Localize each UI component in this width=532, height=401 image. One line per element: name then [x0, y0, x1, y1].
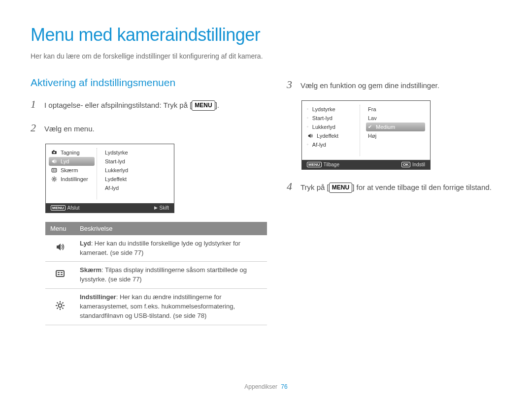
- step-number: 4: [287, 179, 296, 194]
- menu-key: MENU: [192, 100, 215, 111]
- step-2-text: Vælg en menu.: [44, 123, 267, 134]
- lcd1-opt: Lukkerlyd: [103, 166, 169, 175]
- right-column: 3 Vælg en funktion og gem dine indstilli…: [287, 77, 501, 325]
- display-icon: [51, 167, 58, 173]
- lcd2-opt: Lydeffekt: [305, 131, 358, 140]
- page-title: Menu med kameraindstillinger: [31, 25, 501, 45]
- lcd2-opt: ◦Lukkerlyd: [305, 123, 358, 131]
- lcd1-opt: Lydstyrke: [103, 148, 169, 157]
- step-3: 3 Vælg en funktion og gem dine indstilli…: [287, 77, 501, 93]
- lcd1-item-lyd: Lyd: [49, 157, 95, 166]
- lcd2-opt: ◦Start-lyd: [305, 114, 358, 123]
- lcd2-val-selected: Medium: [366, 123, 425, 131]
- lcd2-opt: ◦Af-lyd: [305, 140, 358, 149]
- table-row: Lyd: Her kan du indstille forskellige ly…: [45, 235, 267, 262]
- step-number: 2: [31, 120, 39, 136]
- lcd1-left-panel: Tagning Lyd Skærm Indstillinger: [49, 148, 97, 199]
- menu-key-icon: MENU: [307, 162, 322, 167]
- step-4-text-pre: Tryk på [: [300, 183, 329, 191]
- lcd1-opt: Af-lyd: [103, 184, 169, 192]
- page-number: 76: [281, 383, 287, 390]
- th-beskrivelse: Beskrivelse: [75, 222, 267, 235]
- display-icon: [45, 262, 75, 289]
- step-1-text-post: ].: [215, 101, 219, 109]
- lcd1-item-tagning: Tagning: [49, 148, 95, 157]
- lcd-mockup-2: ◦Lydstyrke ◦Start-lyd ◦Lukkerlyd Lydeffe…: [301, 100, 431, 170]
- table-row: Skærm: Tilpas display indstillingerne så…: [45, 262, 267, 289]
- step-4-text-post: ] for at vende tilbage til den forrige t…: [352, 183, 492, 191]
- th-menu: Menu: [45, 222, 75, 235]
- step-1: 1 I optagelse- eller afspilningstilstand…: [31, 96, 267, 112]
- table-row: Indstillinger: Her kan du ændre indstill…: [45, 289, 267, 325]
- lcd2-val: Høj: [366, 131, 425, 140]
- lcd1-opt: Lydeffekt: [103, 175, 169, 184]
- lcd-mockup-1: Tagning Lyd Skærm Indstillinger Lydstyrk…: [45, 144, 174, 213]
- ok-key-icon: OK: [401, 162, 410, 167]
- step-1-text-pre: I optagelse- eller afspilningstilstand: …: [44, 101, 192, 109]
- step-number: 1: [31, 96, 39, 112]
- menu-key-icon: MENU: [51, 205, 66, 211]
- lcd2-opt: ◦Lydstyrke: [305, 105, 358, 114]
- sound-icon: [307, 133, 314, 139]
- gear-icon: [51, 176, 58, 182]
- lcd1-item-indstillinger: Indstillinger: [49, 175, 95, 184]
- step-4: 4 Tryk på [MENU] for at vende tilbage ti…: [287, 179, 501, 194]
- sound-icon: [51, 158, 58, 164]
- lcd2-val: Lav: [366, 114, 425, 123]
- lcd2-footer: MENUTilbage OKIndstil: [302, 160, 430, 169]
- step-3-text: Vælg en funktion og gem dine indstilling…: [300, 80, 501, 91]
- lcd2-val: Fra: [366, 105, 425, 114]
- intro-text: Her kan du lære om de forskellige indsti…: [31, 52, 501, 60]
- sound-icon: [45, 235, 75, 262]
- section-title: Aktivering af indstillingsmenuen: [31, 77, 267, 89]
- menu-key: MENU: [329, 183, 352, 193]
- lcd1-right-panel: Lydstyrke Start-lyd Lukkerlyd Lydeffekt …: [97, 148, 169, 199]
- menu-description-table: Menu Beskrivelse Lyd: Her kan du indstil…: [45, 222, 267, 325]
- lcd1-opt: Start-lyd: [103, 157, 169, 166]
- play-icon: ▶: [154, 205, 158, 210]
- lcd1-footer: MENUAfslut ▶Skift: [46, 203, 174, 213]
- step-2: 2 Vælg en menu.: [31, 120, 267, 136]
- gear-icon: [45, 289, 75, 325]
- page-footer: Appendikser 76: [0, 383, 532, 390]
- camera-icon: [51, 150, 58, 155]
- lcd2-left-panel: ◦Lydstyrke ◦Start-lyd ◦Lukkerlyd Lydeffe…: [305, 105, 360, 156]
- left-column: Aktivering af indstillingsmenuen 1 I opt…: [31, 77, 267, 325]
- step-number: 3: [287, 77, 296, 93]
- lcd1-item-skaerm: Skærm: [49, 166, 95, 175]
- footer-label: Appendikser: [244, 383, 277, 390]
- lcd2-right-panel: Fra Lav Medium Høj: [360, 105, 425, 156]
